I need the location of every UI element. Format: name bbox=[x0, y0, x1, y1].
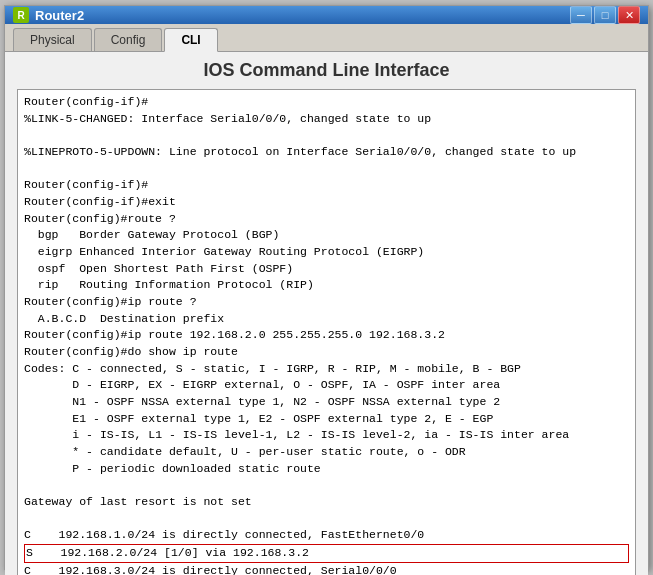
terminal-scroll[interactable]: Router(config-if)# %LINK-5-CHANGED: Inte… bbox=[18, 90, 635, 575]
title-bar-controls: ─ □ ✕ bbox=[570, 6, 640, 24]
tab-physical[interactable]: Physical bbox=[13, 28, 92, 51]
tab-cli[interactable]: CLI bbox=[164, 28, 217, 52]
router-icon: R bbox=[13, 7, 29, 23]
tab-config[interactable]: Config bbox=[94, 28, 163, 51]
main-window: R Router2 ─ □ ✕ Physical Config CLI IOS … bbox=[4, 5, 649, 570]
section-title: IOS Command Line Interface bbox=[17, 60, 636, 81]
close-button[interactable]: ✕ bbox=[618, 6, 640, 24]
terminal-text-before: Router(config-if)# %LINK-5-CHANGED: Inte… bbox=[24, 94, 629, 544]
terminal-text-after: C 192.168.3.0/24 is directly connected, … bbox=[24, 563, 629, 575]
title-bar: R Router2 ─ □ ✕ bbox=[5, 6, 648, 24]
tab-bar: Physical Config CLI bbox=[5, 24, 648, 52]
window-title: Router2 bbox=[35, 8, 84, 23]
maximize-button[interactable]: □ bbox=[594, 6, 616, 24]
title-bar-left: R Router2 bbox=[13, 7, 84, 23]
minimize-button[interactable]: ─ bbox=[570, 6, 592, 24]
terminal-container: Router(config-if)# %LINK-5-CHANGED: Inte… bbox=[17, 89, 636, 575]
content-area: IOS Command Line Interface Router(config… bbox=[5, 52, 648, 575]
terminal-highlighted-row: S 192.168.2.0/24 [1/0] via 192.168.3.2 bbox=[24, 544, 629, 563]
